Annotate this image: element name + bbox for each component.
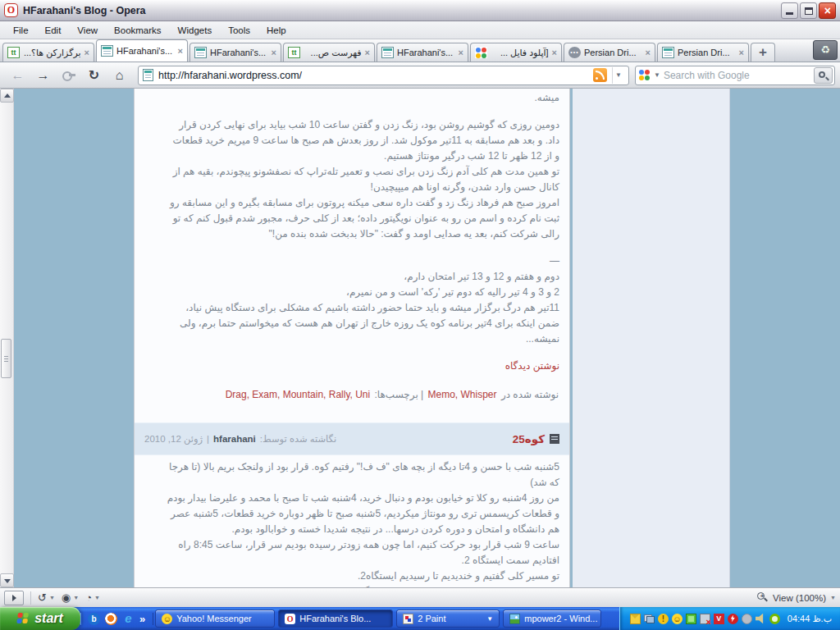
taskbar-button-paint-group[interactable]: 2 Paint ▼ bbox=[396, 609, 500, 628]
tray-clock[interactable]: 04:44 ب.ظ bbox=[788, 614, 832, 624]
restore-button[interactable] bbox=[800, 2, 817, 19]
text-line: و از 12 ظهر تا 12 شب درگیر مونتاژ هستیم. bbox=[144, 148, 559, 164]
tab-4[interactable]: tt فهرست ص... × bbox=[283, 43, 375, 62]
text-line: تو مسیر کلی گفتیم و خندیدیم تا رسیدیم ای… bbox=[144, 568, 559, 584]
text-line: ثبت نام کرده و اسم من رو به عنوان نویگیت… bbox=[144, 211, 559, 226]
tab-close-icon[interactable]: × bbox=[178, 46, 183, 56]
menu-bookmarks[interactable]: Bookmarks bbox=[106, 21, 170, 39]
tab-7[interactable]: ••• Persian Dri... × bbox=[564, 43, 655, 62]
address-bar[interactable]: ▼ bbox=[138, 66, 629, 85]
opera-link-button[interactable]: ↺ ▼ bbox=[38, 591, 55, 604]
separator bbox=[30, 591, 31, 605]
volume-icon[interactable] bbox=[756, 614, 766, 624]
menu-view[interactable]: View bbox=[69, 21, 106, 39]
network-disconnected-icon[interactable] bbox=[700, 614, 710, 624]
back-button[interactable]: ← bbox=[5, 65, 30, 86]
orange-swirl-icon[interactable] bbox=[105, 613, 117, 625]
menu-widgets[interactable]: Widgets bbox=[170, 21, 221, 39]
internet-explorer-icon[interactable]: e bbox=[122, 613, 135, 625]
divider-dash: — bbox=[144, 253, 559, 269]
opera-unite-button[interactable]: ◉ ▼ bbox=[62, 591, 79, 604]
new-tab-button[interactable]: + bbox=[751, 43, 775, 62]
author-link[interactable]: hfarahani bbox=[213, 434, 256, 444]
close-button[interactable]: × bbox=[819, 2, 836, 19]
tab-3[interactable]: HFarahani's... × bbox=[189, 43, 281, 62]
post-title-group: کوه25 bbox=[513, 432, 559, 445]
menu-tools[interactable]: Tools bbox=[220, 21, 258, 39]
scrollbar-thumb[interactable] bbox=[1, 339, 11, 378]
search-go-button[interactable] bbox=[814, 67, 833, 84]
display-settings-icon[interactable] bbox=[686, 614, 696, 624]
security-warning-icon[interactable]: ! bbox=[658, 614, 669, 624]
closed-tabs-trash-button[interactable]: ♻ bbox=[813, 40, 838, 60]
arrow-down-icon bbox=[4, 579, 11, 583]
url-input[interactable] bbox=[158, 70, 588, 81]
zoom-control[interactable]: View (100%) ▼ bbox=[757, 592, 836, 604]
quick-launch-overflow-icon[interactable]: » bbox=[139, 613, 145, 625]
byline-label: نگاشته شده توسط: bbox=[260, 433, 336, 445]
tab-close-icon[interactable]: × bbox=[272, 48, 276, 57]
chat-icon: ••• bbox=[568, 47, 581, 58]
yahoo-tray-icon[interactable]: ☺ bbox=[672, 614, 682, 624]
status-dot-icon[interactable] bbox=[742, 614, 752, 624]
minimize-button[interactable] bbox=[781, 2, 798, 19]
menu-file[interactable]: File bbox=[5, 21, 37, 39]
tab-label: Persian Dri... bbox=[678, 48, 736, 57]
tab-5[interactable]: HFarahani's... × bbox=[377, 43, 468, 62]
post1-body: میشه. دومین روزی که گوشیم روشن بود، زنگ … bbox=[135, 89, 569, 403]
tab-6[interactable]: [آپلود فایل ... × bbox=[470, 43, 562, 62]
taskbar-button-opera[interactable]: O HFarahani's Blo... bbox=[278, 609, 393, 628]
forward-button[interactable]: → bbox=[30, 65, 56, 86]
network-places-icon[interactable] bbox=[644, 614, 655, 624]
tab-close-icon[interactable]: × bbox=[459, 48, 463, 57]
post-title-link[interactable]: کوه25 bbox=[513, 432, 545, 445]
new-mail-icon[interactable] bbox=[630, 614, 641, 624]
start-button[interactable]: start bbox=[0, 607, 80, 630]
menu-edit[interactable]: Edit bbox=[37, 21, 70, 39]
page-icon bbox=[143, 69, 153, 81]
scroll-down-button[interactable] bbox=[0, 573, 14, 587]
rss-icon[interactable] bbox=[593, 68, 607, 82]
opera-window: O HFarahani's Blog - Opera × File Edit V… bbox=[0, 0, 840, 630]
tab-2-active[interactable]: HFarahani's... × bbox=[96, 39, 188, 62]
tab-label: HFarahani's... bbox=[116, 46, 175, 56]
search-input[interactable] bbox=[664, 70, 810, 81]
tab-close-icon[interactable]: × bbox=[646, 48, 651, 57]
write-comment-link[interactable]: نوشتن دیدگاه bbox=[144, 358, 559, 374]
text-line: و قطعات کریسمس تری رو مونتاژ میکردیم، 5ش… bbox=[144, 506, 559, 522]
tag-links[interactable]: Drag, Exam, Mountain, Rally, Uni bbox=[225, 389, 372, 400]
search-engine-dropdown-icon[interactable]: ▼ bbox=[654, 71, 660, 79]
tab-close-icon[interactable]: × bbox=[739, 48, 744, 57]
tab-8[interactable]: Persian Dri... × bbox=[657, 43, 749, 62]
search-bar[interactable]: ▼ bbox=[635, 66, 835, 85]
menu-help[interactable]: Help bbox=[258, 21, 294, 39]
rewind-button[interactable] bbox=[56, 65, 81, 86]
scrollbar-vertical[interactable] bbox=[0, 89, 14, 587]
nvidia-icon[interactable] bbox=[769, 614, 780, 624]
power-alert-icon[interactable] bbox=[728, 614, 738, 624]
text-line: ضمن اینکه برای 4تیر برنامه کوه یک روزه خ… bbox=[144, 316, 559, 331]
browser-viewport: میشه. دومین روزی که گوشیم روشن بود، زنگ … bbox=[0, 89, 840, 587]
menu-bar: File Edit View Bookmarks Widgets Tools H… bbox=[0, 21, 840, 39]
address-dropdown-icon[interactable]: ▼ bbox=[612, 67, 624, 84]
opera-turbo-button[interactable]: ◔ ▼ bbox=[85, 591, 100, 604]
tab-close-icon[interactable]: × bbox=[84, 48, 89, 57]
panel-toggle-button[interactable] bbox=[4, 591, 24, 605]
antivirus-icon[interactable]: V bbox=[714, 614, 724, 624]
reload-button[interactable]: ↻ bbox=[81, 65, 107, 86]
text-line: دومین روزی که گوشیم روشن بود، زنگ زدن و … bbox=[144, 117, 559, 133]
tab-1[interactable]: tt برگزارکن ها؟... × bbox=[2, 43, 94, 62]
tab-label: برگزارکن ها؟... bbox=[23, 48, 81, 58]
title-bar: O HFarahani's Blog - Opera × bbox=[0, 0, 840, 21]
taskbar-button-mpower2[interactable]: mpower2 - Wind... bbox=[503, 609, 601, 628]
window-title: HFarahani's Blog - Opera bbox=[23, 5, 146, 16]
taskbar-button-yahoo[interactable]: ☺ Yahoo! Messenger bbox=[155, 609, 275, 628]
b-icon[interactable]: b bbox=[88, 613, 100, 625]
dropdown-icon: ▼ bbox=[94, 595, 100, 600]
scroll-up-button[interactable] bbox=[0, 89, 14, 103]
category-links[interactable]: Memo, Whisper bbox=[427, 389, 498, 400]
home-button[interactable]: ⌂ bbox=[107, 65, 132, 86]
tab-close-icon[interactable]: × bbox=[552, 48, 557, 57]
tab-close-icon[interactable]: × bbox=[365, 48, 370, 57]
post-meta-line: نوشته شده در Memo, Whisper | برچسب‌ها: D… bbox=[144, 387, 559, 403]
